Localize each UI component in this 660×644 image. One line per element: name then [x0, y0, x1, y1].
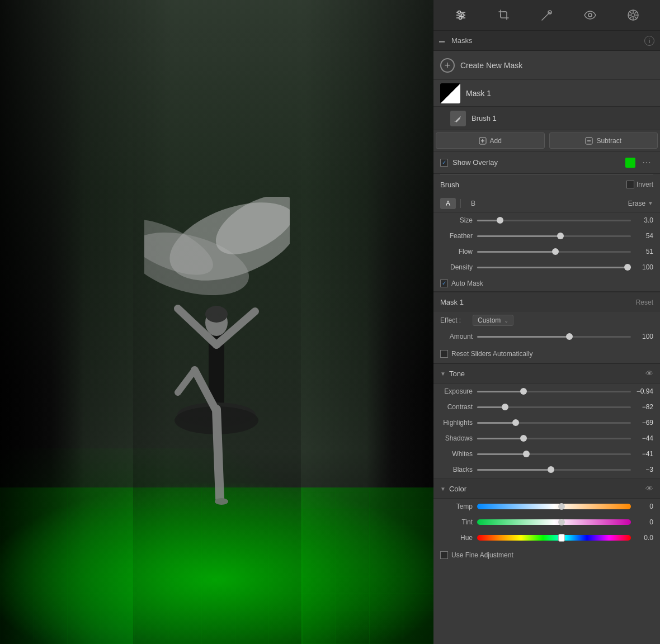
subtract-label: Subtract	[596, 137, 621, 145]
temp-slider-row: Temp 0	[433, 499, 660, 514]
contrast-value: −82	[635, 403, 653, 411]
density-slider-row: Density 100	[433, 259, 660, 275]
reset-sliders-checkbox[interactable]	[440, 350, 448, 358]
feather-label: Feather	[440, 232, 473, 240]
highlights-slider-track[interactable]	[477, 422, 631, 424]
create-mask-row[interactable]: + Create New Mask	[433, 51, 660, 80]
tone-eye-icon[interactable]: 👁	[645, 369, 653, 378]
exposure-slider-track[interactable]	[477, 391, 631, 392]
mask-effect-header: Mask 1 Reset	[433, 292, 660, 312]
show-overlay-label: Show Overlay	[452, 158, 621, 167]
hue-slider-track[interactable]	[477, 535, 631, 541]
blacks-slider-track[interactable]	[477, 469, 631, 471]
effect-dropdown[interactable]: Custom ⌄	[473, 315, 513, 326]
mask1-row[interactable]: Mask 1	[433, 80, 660, 107]
svg-point-22	[588, 13, 592, 17]
subtract-button[interactable]: Subtract	[549, 132, 658, 149]
density-slider-track[interactable]	[477, 267, 631, 268]
size-slider-track[interactable]	[477, 220, 631, 221]
hue-slider-row: Hue 0.0	[433, 530, 660, 546]
shadows-slider-track[interactable]	[477, 438, 631, 439]
brush-section-header: Brush Invert	[433, 174, 660, 195]
scrollable-panel[interactable]: + Create New Mask Mask 1 Brush 1	[433, 51, 660, 644]
tab-b[interactable]: B	[465, 198, 481, 209]
color-eye-icon[interactable]: 👁	[645, 484, 653, 493]
blacks-label: Blacks	[440, 466, 473, 473]
use-fine-row: Use Fine Adjustment	[433, 546, 660, 565]
whites-value: −41	[635, 450, 653, 458]
flow-slider-track[interactable]	[477, 251, 631, 253]
heal-brush-icon[interactable]	[537, 5, 557, 25]
svg-point-19	[461, 14, 464, 17]
create-mask-plus-button[interactable]: +	[440, 58, 455, 73]
image-panel	[0, 0, 433, 644]
flow-value: 51	[635, 248, 653, 255]
svg-line-31	[634, 12, 636, 14]
whites-slider-track[interactable]	[477, 453, 631, 455]
bottom-padding	[433, 565, 660, 587]
brush1-row[interactable]: Brush 1	[433, 107, 660, 130]
reset-link[interactable]: Reset	[636, 299, 653, 306]
shadows-label: Shadows	[440, 434, 473, 442]
blacks-slider-row: Blacks −3	[433, 462, 660, 477]
color-collapse-arrow[interactable]: ▼	[440, 486, 446, 492]
effect-dropdown-arrow: ⌄	[504, 318, 508, 324]
exposure-value: −0.94	[635, 387, 653, 395]
svg-point-24	[631, 13, 635, 17]
svg-point-20	[459, 17, 461, 20]
invert-checkbox[interactable]	[626, 181, 634, 188]
highlights-slider-row: Highlights −69	[433, 415, 660, 430]
show-overlay-checkbox[interactable]	[440, 159, 448, 167]
feather-value: 54	[635, 232, 653, 240]
svg-point-8	[205, 306, 228, 323]
erase-tab[interactable]: Erase ▼	[628, 200, 653, 207]
svg-line-29	[630, 12, 631, 14]
overlay-color-swatch[interactable]	[625, 158, 635, 168]
add-button[interactable]: Add	[436, 132, 545, 149]
hue-label: Hue	[440, 534, 473, 542]
mask-effect-title: Mask 1	[440, 298, 636, 306]
add-subtract-row: Add Subtract	[433, 130, 660, 151]
show-overlay-row: Show Overlay ⋯	[433, 151, 660, 174]
masks-info-icon[interactable]: i	[644, 36, 654, 46]
overlay-options-dots[interactable]: ⋯	[640, 157, 653, 168]
auto-mask-checkbox[interactable]	[440, 280, 448, 287]
color-title: Color	[449, 485, 645, 493]
sliders-icon[interactable]	[451, 5, 471, 25]
eye-icon[interactable]	[580, 5, 600, 25]
exposure-label: Exposure	[440, 387, 473, 395]
amount-slider-row: Amount 100	[433, 329, 660, 344]
temp-slider-track[interactable]	[477, 504, 631, 509]
tab-a[interactable]: A	[440, 198, 456, 209]
temp-value: 0	[635, 503, 653, 510]
density-label: Density	[440, 263, 473, 271]
tone-collapse-arrow[interactable]: ▼	[440, 371, 446, 377]
size-slider-row: Size 3.0	[433, 212, 660, 228]
use-fine-label: Use Fine Adjustment	[451, 551, 513, 559]
svg-line-30	[634, 17, 636, 18]
crop-icon[interactable]	[494, 5, 514, 25]
masks-header: ▬ Masks i	[433, 31, 660, 51]
svg-point-18	[458, 11, 460, 14]
contrast-slider-track[interactable]	[477, 406, 631, 408]
auto-mask-row: Auto Mask	[433, 275, 660, 292]
use-fine-checkbox[interactable]	[440, 551, 448, 559]
exposure-slider-row: Exposure −0.94	[433, 383, 660, 399]
amount-label: Amount	[440, 333, 473, 340]
highlights-label: Highlights	[440, 419, 473, 427]
temp-label: Temp	[440, 503, 473, 510]
erase-label: Erase	[628, 200, 645, 207]
auto-mask-label: Auto Mask	[451, 280, 483, 287]
effect-row: Effect : Custom ⌄	[433, 312, 660, 329]
tint-slider-row: Tint 0	[433, 514, 660, 530]
ballerina-figure	[144, 197, 290, 616]
amount-value: 100	[635, 333, 653, 340]
amount-slider-track[interactable]	[477, 336, 631, 338]
feather-slider-track[interactable]	[477, 235, 631, 237]
invert-row: Invert	[626, 181, 653, 188]
tint-slider-track[interactable]	[477, 519, 631, 525]
asterisk-icon[interactable]	[623, 5, 643, 25]
whites-slider-row: Whites −41	[433, 446, 660, 462]
mask1-thumbnail	[440, 83, 460, 103]
effect-value: Custom	[478, 316, 501, 324]
